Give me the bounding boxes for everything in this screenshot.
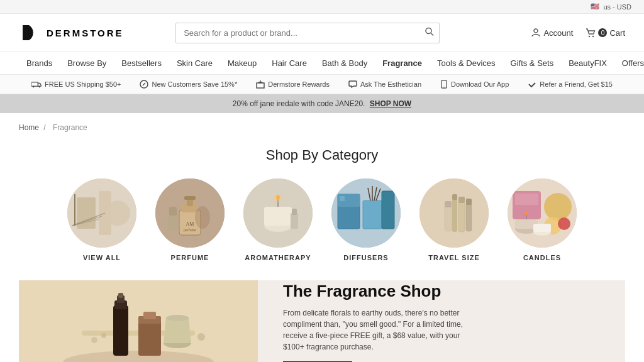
fragrance-banner: The Fragrance Shop From delicate florals… <box>19 280 625 362</box>
category-travel-size[interactable]: TRAVEL SIZE <box>416 178 492 261</box>
svg-text:perfume: perfume <box>184 228 196 232</box>
svg-rect-74 <box>113 305 128 356</box>
refer-text: Refer a Friend, Get $15 <box>540 80 613 88</box>
svg-point-6 <box>592 36 594 37</box>
nav-gifts-sets[interactable]: Gifts & Sets <box>503 52 562 74</box>
nav-bath-body[interactable]: Bath & Body <box>314 52 375 74</box>
breadcrumb-home[interactable]: Home <box>19 123 39 132</box>
svg-rect-37 <box>291 213 298 229</box>
rewards-text: Dermstore Rewards <box>268 80 330 88</box>
cart-link[interactable]: 0 Cart <box>586 28 625 38</box>
cart-count: 0 <box>598 28 607 37</box>
locale-text: us - USD <box>603 3 631 11</box>
cart-icon <box>586 28 596 38</box>
section-title: Shop By Category <box>0 147 644 163</box>
svg-point-68 <box>558 217 570 230</box>
check-icon <box>528 80 536 89</box>
travel-image <box>419 178 489 248</box>
category-aromatherapy[interactable]: AROMATHERAPY <box>240 178 316 261</box>
category-diffusers[interactable]: DIFFUSERS <box>328 178 404 261</box>
svg-rect-51 <box>452 197 457 232</box>
category-circle-candles <box>508 178 577 248</box>
svg-point-83 <box>91 337 97 343</box>
nav-tools-devices[interactable]: Tools & Devices <box>430 52 502 74</box>
cart-label: Cart <box>609 28 625 38</box>
rewards-icon <box>256 80 265 89</box>
nav-browse-by[interactable]: Browse By <box>60 52 114 74</box>
account-label: Account <box>543 28 573 38</box>
category-label-perfume: PERFUME <box>171 254 209 261</box>
nav-skin-care[interactable]: Skin Care <box>169 52 220 74</box>
account-link[interactable]: Account <box>531 28 573 38</box>
svg-rect-52 <box>452 194 457 200</box>
main-nav: Brands Browse By Bestsellers Skin Care M… <box>0 52 644 75</box>
utility-save[interactable]: New Customers Save 15%* <box>140 80 237 89</box>
logo[interactable]: DERMSTORE <box>19 21 124 44</box>
svg-rect-38 <box>292 209 297 215</box>
chat-icon <box>348 80 357 89</box>
shipping-text: FREE US Shipping $50+ <box>45 80 121 88</box>
logo-text: DERMSTORE <box>47 28 124 38</box>
svg-point-39 <box>273 195 283 202</box>
truck-icon <box>31 80 42 88</box>
top-bar: 🇺🇸 us - USD <box>0 0 644 14</box>
svg-point-13 <box>443 87 444 87</box>
category-circle-view-all <box>67 178 136 248</box>
svg-rect-78 <box>138 321 161 356</box>
utility-shipping[interactable]: FREE US Shipping $50+ <box>31 80 121 88</box>
category-label-view-all: VIEW ALL <box>83 254 121 261</box>
nav-makeup[interactable]: Makeup <box>220 52 264 74</box>
svg-rect-56 <box>466 199 472 205</box>
svg-rect-31 <box>169 207 177 216</box>
svg-rect-55 <box>466 202 472 231</box>
category-candles[interactable]: CANDLES <box>504 178 580 261</box>
banner-image-svg <box>19 280 258 362</box>
nav-bestsellers[interactable]: Bestsellers <box>114 52 169 74</box>
svg-rect-77 <box>118 293 123 298</box>
nav-beautyfixs[interactable]: BeautyFIX <box>561 52 614 74</box>
utility-esthetician[interactable]: Ask The Esthetician <box>348 80 421 89</box>
search-button[interactable] <box>425 27 435 39</box>
save-text: New Customers Save 15%* <box>152 80 237 88</box>
header-actions: Account 0 Cart <box>531 28 625 38</box>
category-label-candles: CANDLES <box>523 254 561 261</box>
search-input[interactable] <box>175 23 440 43</box>
category-label-travel-size: TRAVEL SIZE <box>428 254 480 261</box>
svg-rect-7 <box>31 82 38 86</box>
phone-icon <box>440 80 448 89</box>
perfume-image: AM perfume <box>155 178 225 248</box>
svg-point-2 <box>426 28 431 34</box>
utility-app[interactable]: Download Our App <box>440 80 509 89</box>
breadcrumb-current: Fragrance <box>53 123 87 132</box>
svg-rect-34 <box>264 207 292 226</box>
category-circle-travel <box>419 178 489 248</box>
svg-point-65 <box>525 211 528 215</box>
promo-text: 20% off jane iredale with code JANE20. <box>233 99 365 108</box>
category-perfume[interactable]: AM perfume PERFUME <box>152 178 228 261</box>
promo-cta[interactable]: SHOP NOW <box>370 99 411 108</box>
svg-rect-1 <box>23 25 25 40</box>
banner-description: From delicate florals to earthy ouds, th… <box>283 307 472 353</box>
categories-container: VIEW ALL AM perfume PERFUME <box>0 178 644 274</box>
nav-hair-care[interactable]: Hair Care <box>264 52 314 74</box>
svg-point-82 <box>166 315 189 321</box>
svg-rect-61 <box>515 194 538 205</box>
svg-point-66 <box>544 193 572 221</box>
svg-point-8 <box>33 86 34 87</box>
svg-rect-58 <box>445 201 452 207</box>
utility-rewards[interactable]: Dermstore Rewards <box>256 80 330 89</box>
category-view-all[interactable]: VIEW ALL <box>64 178 140 261</box>
nav-offers[interactable]: Offers <box>614 52 644 74</box>
utility-bar: FREE US Shipping $50+ New Customers Save… <box>0 75 644 94</box>
utility-refer[interactable]: Refer a Friend, Get $15 <box>528 80 613 89</box>
svg-point-4 <box>534 29 538 33</box>
nav-fragrance[interactable]: Fragrance <box>375 52 430 74</box>
header: DERMSTORE Account 0 Cart <box>0 14 644 52</box>
nav-brands[interactable]: Brands <box>19 52 60 74</box>
svg-rect-26 <box>184 196 196 200</box>
svg-rect-70 <box>533 224 551 232</box>
esthetician-text: Ask The Esthetician <box>360 80 421 88</box>
svg-point-17 <box>105 200 130 226</box>
account-icon <box>531 28 541 38</box>
view-all-image <box>67 178 136 248</box>
